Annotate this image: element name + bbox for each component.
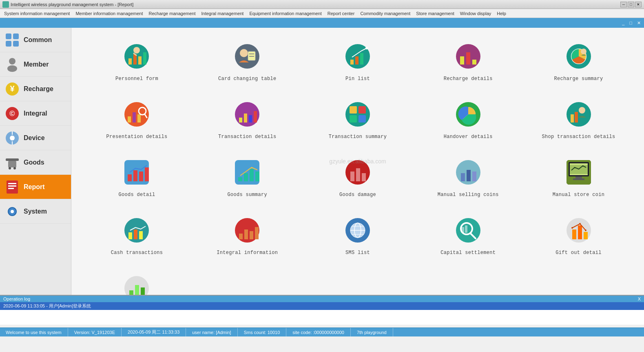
sub-restore-button[interactable]: □ [628, 20, 634, 26]
svg-point-31 [235, 44, 259, 69]
icon-item-transaction-details[interactable]: Transaction details [194, 94, 301, 144]
sidebar-item-report[interactable]: Report [0, 175, 71, 199]
svg-rect-27 [138, 56, 142, 65]
log-title: Operation log [3, 296, 30, 301]
sub-close-button[interactable]: ✕ [635, 20, 642, 27]
icon-item-gift-out-detail[interactable]: Gift out detail [525, 210, 632, 260]
svg-rect-124 [141, 287, 145, 295]
svg-rect-37 [350, 60, 354, 65]
sidebar-item-member[interactable]: Member [0, 52, 71, 77]
personnel-form-label: Personnel form [115, 76, 158, 82]
svg-rect-21 [8, 188, 14, 189]
menu-item-recharge-management[interactable]: Recharge management [146, 10, 198, 17]
device-icon [5, 131, 20, 145]
svg-rect-58 [254, 111, 257, 123]
log-close-button[interactable]: X [638, 296, 641, 301]
gift-out-detail-label: Gift out detail [555, 250, 602, 256]
menu-item-system-information-management[interactable]: System information management [2, 10, 72, 17]
icon-item-handover-details[interactable]: Handover details [415, 94, 521, 144]
svg-rect-86 [467, 170, 471, 181]
icon-item-sms-list[interactable]: SMS list [305, 210, 411, 260]
goods-detail-icon [120, 156, 153, 189]
menu-item-member-information-management[interactable]: Member information management [73, 10, 145, 17]
shop-transaction-details-label: Shop transaction details [542, 134, 615, 140]
cash-transactions-icon [120, 214, 153, 247]
cash-transactions-label: Cash transactions [111, 250, 163, 256]
menu-item-window-display[interactable]: Window display [458, 10, 494, 17]
icon-item-recharge-details[interactable]: Recharge details [415, 36, 521, 86]
member-icon [5, 57, 20, 72]
svg-rect-55 [239, 118, 242, 123]
svg-rect-123 [135, 285, 139, 295]
svg-rect-93 [573, 178, 584, 180]
svg-rect-87 [472, 172, 476, 181]
icon-item-goods-detail[interactable]: Goods detail [84, 152, 190, 202]
status-sms: Sms count: 10010 [238, 328, 287, 336]
icon-item-integral-information[interactable]: Integral information [194, 210, 301, 260]
restore-button[interactable]: □ [628, 2, 634, 7]
icon-item-transaction-summary[interactable]: Transaction summary [305, 94, 411, 144]
goods-summary-label: Goods summary [227, 192, 267, 198]
svg-rect-20 [8, 185, 16, 187]
sub-minimize-button[interactable]: _ [620, 20, 626, 26]
svg-rect-71 [128, 174, 132, 181]
sidebar-item-goods[interactable]: Goods [0, 150, 71, 175]
sidebar-item-common[interactable]: Common [0, 28, 71, 52]
card-changing-table-icon [231, 40, 263, 73]
status-playground: 7th playground [351, 328, 393, 336]
svg-point-66 [567, 102, 591, 127]
icon-item-goods-summary[interactable]: Goods summary [194, 152, 301, 202]
goods-damage-label: Goods damage [339, 192, 376, 198]
icon-item-presentation-details[interactable]: Presentation details [84, 94, 190, 144]
svg-rect-50 [133, 112, 136, 123]
sidebar-label-integral: Integral [24, 110, 47, 117]
icon-item-goods-out-detail[interactable]: Goods out detail [84, 268, 190, 295]
svg-rect-44 [472, 60, 476, 65]
menu-item-store-management[interactable]: Store management [414, 10, 457, 17]
sidebar-item-system[interactable]: System [0, 199, 71, 224]
svg-rect-51 [137, 114, 141, 123]
goods-icon [5, 155, 20, 170]
sidebar-item-recharge[interactable]: ¥ Recharge [0, 77, 71, 101]
icon-item-manual-selling-coins[interactable]: Manual selling coins [415, 152, 521, 202]
recharge-details-label: Recharge details [444, 76, 493, 82]
sidebar-item-integral[interactable]: © Integral [0, 101, 71, 126]
sidebar-label-system: System [24, 208, 47, 215]
icon-item-card-changing-table[interactable]: Card changing table [194, 36, 301, 86]
svg-rect-19 [8, 183, 16, 184]
svg-rect-117 [584, 232, 588, 239]
icon-item-capital-settlement[interactable]: Capital settlement [415, 210, 521, 260]
icon-item-cash-transactions[interactable]: Cash transactions [84, 210, 190, 260]
manual-store-coin-icon [562, 156, 595, 189]
svg-point-67 [579, 107, 585, 114]
content-area: gzyule.en.alibaba.com Personnel form Car… [71, 28, 644, 295]
icon-item-personnel-form[interactable]: Personnel form [84, 36, 190, 86]
sidebar-label-report: Report [24, 183, 45, 191]
icon-item-manual-store-coin[interactable]: Manual store coin [525, 152, 632, 202]
recharge-icon: ¥ [5, 82, 20, 96]
icon-item-pin-list[interactable]: Pin list [305, 36, 411, 86]
capital-settlement-label: Capital settlement [440, 250, 496, 256]
close-button[interactable]: ✕ [635, 2, 642, 7]
menu-item-report-center[interactable]: Report center [325, 10, 357, 17]
menu-item-integral-management[interactable]: Integral management [199, 10, 246, 17]
pin-list-label: Pin list [345, 76, 370, 82]
svg-point-16 [9, 167, 11, 169]
icon-item-recharge-summary[interactable]: Recharge summary [525, 36, 632, 86]
sidebar-item-device[interactable]: Device [0, 126, 71, 150]
icon-item-goods-damage[interactable]: Goods damage [305, 152, 411, 202]
svg-rect-69 [575, 112, 578, 123]
handover-details-icon [452, 98, 485, 131]
menu-item-help[interactable]: Help [494, 10, 509, 17]
menu-item-equipment-information-management[interactable]: Equipment information management [247, 10, 324, 17]
svg-point-23 [11, 210, 14, 213]
menu-item-commodity-management[interactable]: Commodity management [358, 10, 413, 17]
goods-detail-label: Goods detail [118, 192, 155, 198]
svg-rect-102 [255, 227, 259, 239]
personnel-form-icon [120, 40, 153, 73]
minimize-button[interactable]: ─ [620, 2, 627, 7]
transaction-summary-icon [341, 98, 374, 131]
window-title: Intelligent wireless playground manageme… [11, 2, 133, 7]
svg-point-109 [456, 218, 480, 243]
icon-item-shop-transaction-details[interactable]: Shop transaction details [525, 94, 632, 144]
